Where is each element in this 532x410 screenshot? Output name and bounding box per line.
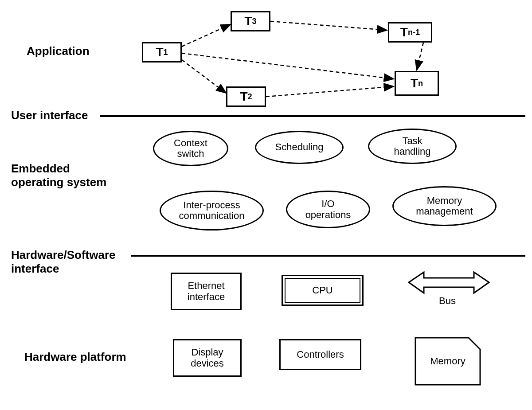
task-tn1-box: Tn-1 [388, 22, 432, 43]
cpu-inner-box: CPU [285, 278, 360, 303]
hw-sw-interface-divider [131, 255, 525, 257]
scheduling-ellipse: Scheduling [255, 131, 344, 164]
bus-arrow [408, 270, 490, 295]
task-handling-ellipse: Task handling [368, 129, 457, 164]
svg-line-2 [182, 60, 226, 93]
svg-marker-7 [409, 272, 489, 293]
embedded-os-label: Embedded operating system [11, 162, 106, 189]
svg-line-3 [182, 53, 394, 79]
task-tn-box: Tn [395, 71, 439, 96]
task-t3-box: T3 [231, 11, 270, 31]
user-interface-divider [100, 115, 525, 117]
user-interface-label: User interface [11, 109, 88, 122]
memory-shape: Memory [415, 337, 481, 386]
context-switch-ellipse: Context switch [153, 131, 228, 166]
hw-sw-interface-label: Hardware/Software interface [11, 248, 116, 276]
svg-line-5 [266, 86, 394, 97]
bus-label: Bus [439, 295, 456, 307]
cpu-box: CPU [282, 275, 364, 306]
svg-line-4 [270, 21, 387, 30]
task-t1-box: T1 [142, 42, 182, 62]
ethernet-box: Ethernet interface [171, 273, 242, 310]
display-box: Display devices [173, 339, 242, 377]
ipc-ellipse: Inter-process communication [160, 191, 264, 230]
memory-mgmt-ellipse: Memory management [392, 186, 497, 226]
svg-line-1 [182, 24, 231, 47]
svg-line-6 [417, 43, 423, 70]
hardware-platform-label: Hardware platform [24, 350, 126, 364]
memory-label: Memory [415, 337, 481, 386]
controllers-box: Controllers [279, 339, 361, 370]
application-label: Application [27, 44, 90, 58]
io-ops-ellipse: I/O operations [286, 191, 370, 228]
task-t2-box: T2 [226, 86, 266, 107]
